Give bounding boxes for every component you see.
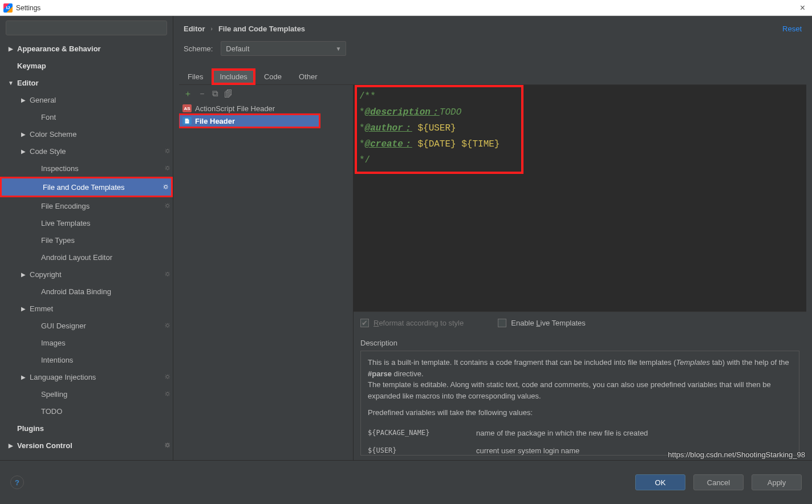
search-input[interactable]	[6, 21, 167, 35]
as-file-icon: AS	[182, 104, 192, 112]
tree-spelling[interactable]: ▶Spelling⛭	[0, 385, 173, 403]
tab-includes[interactable]: Includes	[212, 68, 255, 85]
help-button[interactable]: ?	[10, 475, 24, 489]
tree-font[interactable]: ▶Font	[0, 108, 173, 125]
reformat-checkbox: ✔ RReformat according to styleeformat ac…	[360, 319, 464, 327]
gear-icon: ⛭	[163, 441, 173, 449]
tab-other[interactable]: Other	[290, 68, 326, 85]
tree-langinj[interactable]: ▶Language Injections⛭	[0, 368, 173, 385]
gear-icon: ⛭	[163, 390, 173, 398]
tree-androiddb[interactable]: ▶Android Data Binding	[0, 283, 173, 300]
tree-emmet[interactable]: ▶Emmet	[0, 300, 173, 317]
list-item-label: File Header	[195, 117, 235, 125]
tree-file-and-code-templates[interactable]: ▶File and Code Templates⛭	[2, 178, 171, 196]
table-row: ${PACKAGE_NAME}name of the package in wh…	[368, 424, 792, 442]
breadcrumb: Editor › File and Code Templates Reset	[173, 16, 812, 41]
tree-intentions[interactable]: ▶Intentions	[0, 351, 173, 368]
dialog-footer: ? OK Cancel Apply	[0, 460, 812, 504]
reset-link[interactable]: Reset	[782, 25, 802, 33]
tree-editor[interactable]: ▼Editor	[0, 74, 173, 91]
tree-copyright[interactable]: ▶Copyright⛭	[0, 266, 173, 283]
tree-keymap[interactable]: ▶Keymap	[0, 57, 173, 74]
gear-icon: ⛭	[163, 147, 173, 155]
scheme-value: Default	[226, 44, 249, 53]
tree-filetypes[interactable]: ▶File Types	[0, 231, 173, 249]
tree-versioncontrol[interactable]: ▶Version Control⛭	[0, 437, 173, 454]
apply-button[interactable]: Apply	[752, 474, 802, 490]
description-section: Description This is a built-in template.…	[354, 334, 806, 460]
tree-guidesigner[interactable]: ▶GUI Designer⛭	[0, 317, 173, 334]
remove-icon[interactable]: －	[198, 88, 206, 99]
window-title: Settings	[16, 4, 40, 12]
template-list-pane: ＋ － ⧉ 🗐 AS ActionScript File Header 📄 Fi…	[179, 85, 354, 460]
code-editor[interactable]: /** *@description：TODO *@author： ${USER}…	[354, 85, 806, 311]
scheme-select[interactable]: Default ▼	[221, 41, 346, 56]
enable-live-templates-checkbox[interactable]: Enable Live Templates	[498, 319, 586, 327]
template-editor-pane: /** *@description：TODO *@author： ${USER}…	[354, 85, 806, 460]
description-title: Description	[360, 339, 799, 347]
settings-sidebar: 🔍 ▶Appearance & Behavior ▶Keymap ▼Editor…	[0, 16, 173, 460]
watermark-text: https://blog.csdn.net/ShootingStarking_9…	[668, 450, 805, 459]
window-titlebar: IJ Settings ×	[0, 0, 812, 16]
tree-livetmpl[interactable]: ▶Live Templates	[0, 214, 173, 231]
gear-icon: ⛭	[163, 373, 173, 381]
tab-files[interactable]: Files	[179, 68, 212, 85]
chevron-down-icon: ▼	[335, 46, 341, 52]
tree-todo[interactable]: ▶TODO	[0, 403, 173, 420]
add-icon[interactable]: ＋	[184, 88, 192, 99]
tree-appearance[interactable]: ▶Appearance & Behavior	[0, 40, 173, 57]
gear-icon: ⛭	[163, 322, 173, 330]
refresh-icon[interactable]: 🗐	[224, 89, 233, 99]
gear-icon: ⛭	[163, 270, 173, 278]
editor-options: ✔ RReformat according to styleeformat ac…	[354, 311, 806, 334]
settings-tree: ▶Appearance & Behavior ▶Keymap ▼Editor ▶…	[0, 40, 173, 460]
close-icon[interactable]: ×	[797, 4, 809, 12]
settings-main: Editor › File and Code Templates Reset S…	[173, 16, 812, 460]
tab-code[interactable]: Code	[255, 68, 290, 85]
file-icon: 📄	[182, 117, 192, 125]
gear-icon: ⛭	[161, 183, 171, 191]
breadcrumb-current: File and Code Templates	[218, 25, 305, 33]
copy-icon[interactable]: ⧉	[212, 88, 218, 99]
list-item[interactable]: AS ActionScript File Header	[179, 102, 353, 115]
app-icon: IJ	[3, 3, 13, 13]
template-toolbar: ＋ － ⧉ 🗐	[179, 85, 353, 102]
gear-icon: ⛭	[163, 164, 173, 172]
tree-inspections[interactable]: ▶Inspections⛭	[0, 160, 173, 177]
cancel-button[interactable]: Cancel	[693, 474, 744, 490]
ok-button[interactable]: OK	[635, 474, 685, 490]
template-list: AS ActionScript File Header 📄 File Heade…	[179, 102, 353, 460]
chevron-right-icon: ›	[211, 26, 213, 32]
tree-images[interactable]: ▶Images	[0, 334, 173, 351]
list-item-selected[interactable]: 📄 File Header	[179, 115, 319, 127]
tree-general[interactable]: ▶General	[0, 91, 173, 108]
tree-fileenc[interactable]: ▶File Encodings⛭	[0, 197, 173, 214]
breadcrumb-editor[interactable]: Editor	[184, 25, 205, 33]
list-item-label: ActionScript File Header	[195, 104, 275, 113]
description-body: This is a built-in template. It contains…	[360, 351, 799, 456]
tree-plugins[interactable]: ▶Plugins	[0, 420, 173, 437]
tree-codestyle[interactable]: ▶Code Style⛭	[0, 143, 173, 160]
gear-icon: ⛭	[163, 202, 173, 210]
tree-colorscheme[interactable]: ▶Color Scheme	[0, 125, 173, 143]
scheme-label: Scheme:	[184, 44, 213, 53]
template-tabs: Files Includes Code Other	[173, 67, 812, 84]
tree-androidlayout[interactable]: ▶Android Layout Editor	[0, 249, 173, 266]
